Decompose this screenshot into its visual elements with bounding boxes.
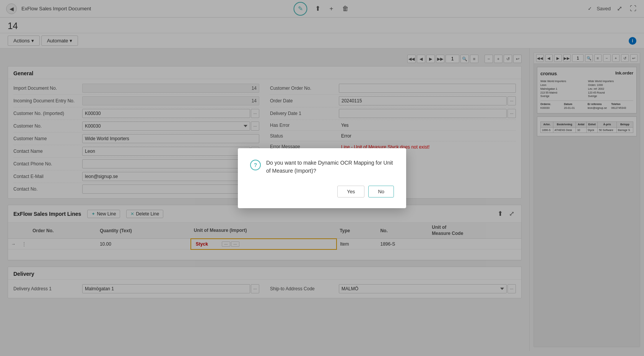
dialog-question-icon: ? bbox=[250, 160, 261, 170]
dialog: ? Do you want to make Dynamic OCR Mappin… bbox=[238, 148, 406, 208]
dialog-message: Do you want to make Dynamic OCR Mapping … bbox=[266, 159, 394, 175]
dialog-no-button[interactable]: No bbox=[368, 186, 394, 197]
dialog-yes-button[interactable]: Yes bbox=[337, 186, 364, 197]
dialog-overlay: ? Do you want to make Dynamic OCR Mappin… bbox=[0, 0, 644, 356]
dialog-content: ? Do you want to make Dynamic OCR Mappin… bbox=[250, 159, 394, 175]
dialog-icon-text: ? bbox=[254, 162, 257, 168]
dialog-buttons: Yes No bbox=[250, 186, 394, 197]
